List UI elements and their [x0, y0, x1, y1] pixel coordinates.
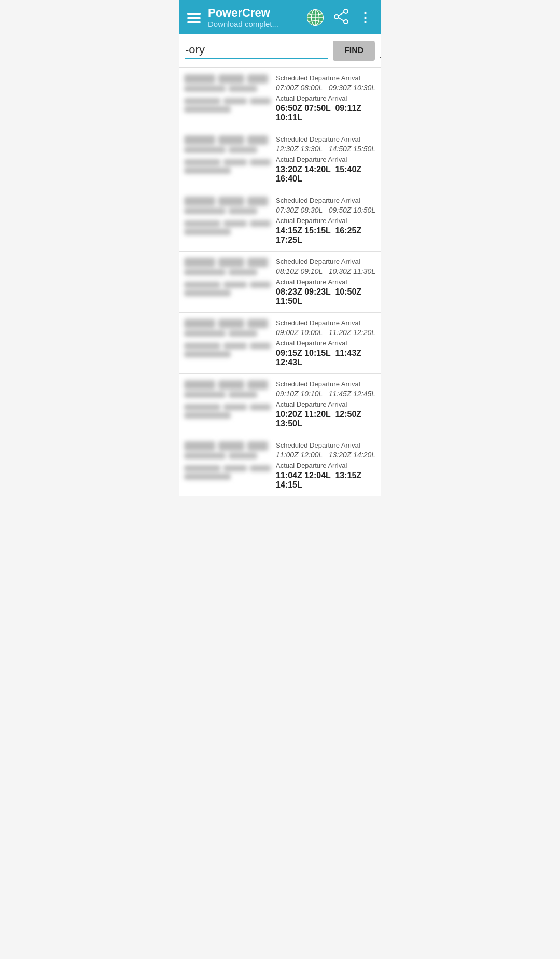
sched-label: Scheduled Departure Arrival: [276, 135, 376, 143]
svg-point-9: [344, 20, 348, 24]
flight-item[interactable]: Scheduled Departure Arrival 11:00Z 12:00…: [179, 435, 381, 496]
flight-right-info: Scheduled Departure Arrival 08:10Z 09:10…: [276, 258, 376, 306]
flight-list: Scheduled Departure Arrival 07:00Z 08:00…: [179, 68, 381, 496]
flight-left-blurred: [184, 74, 271, 122]
actual-label: Actual Departure Arrival: [276, 217, 376, 225]
flight-left-blurred: [184, 319, 271, 367]
sched-times: 08:10Z 09:10L 10:30Z 11:30L: [276, 267, 376, 275]
flight-right-info: Scheduled Departure Arrival 07:30Z 08:30…: [276, 197, 376, 245]
header-title-wrap: PowerCrew Download complet...: [208, 6, 299, 29]
sched-label: Scheduled Departure Arrival: [276, 258, 376, 266]
actual-times: 06:50Z 07:50L 09:11Z 10:11L: [276, 104, 376, 122]
search-bar: FIND 17/11/2018: [179, 34, 381, 68]
actual-label: Actual Departure Arrival: [276, 462, 376, 469]
sched-label: Scheduled Departure Arrival: [276, 319, 376, 327]
flight-left-blurred: [184, 258, 271, 306]
flight-item[interactable]: Scheduled Departure Arrival 07:00Z 08:00…: [179, 68, 381, 129]
flight-item[interactable]: Scheduled Departure Arrival 09:00Z 10:00…: [179, 313, 381, 374]
sched-label: Scheduled Departure Arrival: [276, 74, 376, 82]
actual-times: 14:15Z 15:15L 16:25Z 17:25L: [276, 226, 376, 245]
flight-right-info: Scheduled Departure Arrival 09:00Z 10:00…: [276, 319, 376, 367]
sched-label: Scheduled Departure Arrival: [276, 197, 376, 204]
flight-left-blurred: [184, 135, 271, 184]
header-icons: ⋮: [306, 9, 373, 26]
actual-times: 08:23Z 09:23L 10:50Z 11:50L: [276, 287, 376, 306]
actual-times: 10:20Z 11:20L 12:50Z 13:50L: [276, 410, 376, 428]
sched-times: 12:30Z 13:30L 14:50Z 15:50L: [276, 145, 376, 153]
sched-label: Scheduled Departure Arrival: [276, 380, 376, 388]
sched-times: 09:10Z 10:10L 11:45Z 12:45L: [276, 390, 376, 398]
app-subtitle: Download complet...: [208, 20, 299, 29]
svg-line-11: [339, 12, 344, 16]
flight-left-blurred: [184, 441, 271, 490]
actual-label: Actual Departure Arrival: [276, 400, 376, 408]
flight-item[interactable]: Scheduled Departure Arrival 08:10Z 09:10…: [179, 252, 381, 313]
svg-point-8: [344, 9, 348, 13]
sched-times: 07:00Z 08:00L 09:30Z 10:30L: [276, 84, 376, 92]
app-header: PowerCrew Download complet...: [179, 0, 381, 34]
more-button[interactable]: ⋮: [358, 11, 373, 24]
flight-left-blurred: [184, 197, 271, 245]
actual-label: Actual Departure Arrival: [276, 339, 376, 347]
flight-item[interactable]: Scheduled Departure Arrival 12:30Z 13:30…: [179, 129, 381, 190]
sched-times: 11:00Z 12:00L 13:20Z 14:20L: [276, 451, 376, 459]
search-input[interactable]: [185, 43, 328, 59]
flight-right-info: Scheduled Departure Arrival 07:00Z 08:00…: [276, 74, 376, 122]
actual-times: 09:15Z 10:15L 11:43Z 12:43L: [276, 349, 376, 367]
flight-right-info: Scheduled Departure Arrival 09:10Z 10:10…: [276, 380, 376, 428]
actual-times: 11:04Z 12:04L 13:15Z 14:15L: [276, 471, 376, 490]
find-button[interactable]: FIND: [333, 41, 375, 61]
actual-times: 13:20Z 14:20L 15:40Z 16:40L: [276, 165, 376, 184]
flight-item[interactable]: Scheduled Departure Arrival 09:10Z 10:10…: [179, 374, 381, 435]
svg-point-10: [334, 15, 339, 19]
flight-item[interactable]: Scheduled Departure Arrival 07:30Z 08:30…: [179, 190, 381, 252]
sched-times: 09:00Z 10:00L 11:20Z 12:20L: [276, 328, 376, 337]
menu-button[interactable]: [187, 13, 201, 23]
date-display: 17/11/2018: [380, 44, 381, 58]
share-button[interactable]: [333, 9, 349, 26]
flight-right-info: Scheduled Departure Arrival 11:00Z 12:00…: [276, 441, 376, 490]
globe-icon[interactable]: [306, 9, 324, 26]
actual-label: Actual Departure Arrival: [276, 94, 376, 102]
sched-times: 07:30Z 08:30L 09:50Z 10:50L: [276, 206, 376, 214]
actual-label: Actual Departure Arrival: [276, 156, 376, 163]
app-title: PowerCrew: [208, 6, 299, 20]
svg-line-12: [339, 18, 344, 21]
flight-left-blurred: [184, 380, 271, 428]
sched-label: Scheduled Departure Arrival: [276, 441, 376, 449]
flight-right-info: Scheduled Departure Arrival 12:30Z 13:30…: [276, 135, 376, 184]
actual-label: Actual Departure Arrival: [276, 278, 376, 286]
